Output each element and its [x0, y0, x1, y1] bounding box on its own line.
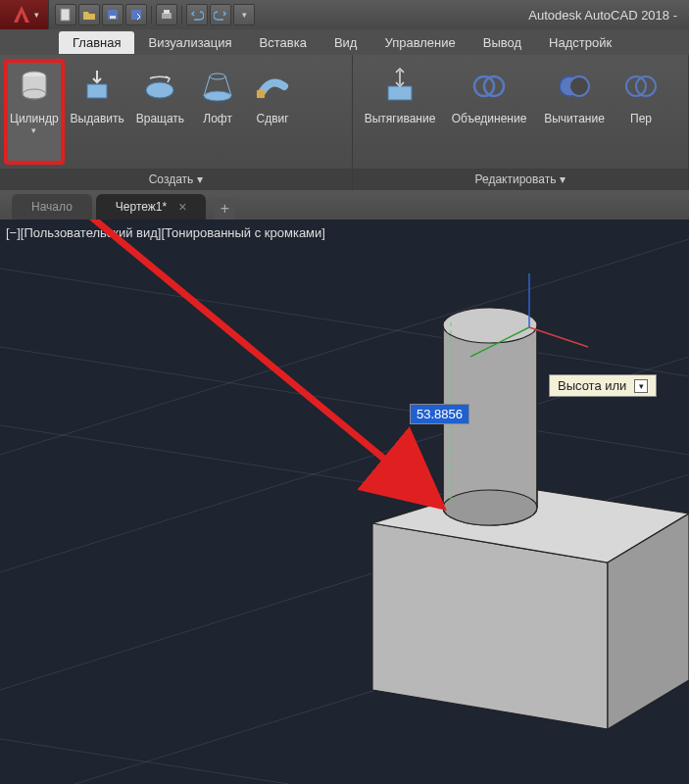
svg-point-10	[210, 74, 225, 79]
undo-icon	[190, 8, 204, 22]
button-label: Вращать	[136, 112, 184, 125]
cylinder-button[interactable]: Цилиндр ▾	[4, 59, 65, 165]
chevron-down-icon: ▾	[197, 172, 203, 186]
button-label: Вытягивание	[365, 112, 436, 125]
panel-title-edit[interactable]: Редактировать▾	[353, 169, 688, 190]
drawing-tab[interactable]: Чертеж1* ×	[96, 194, 207, 220]
drawing-viewport[interactable]: [−][Пользовательский вид][Тонированный с…	[0, 220, 689, 784]
tab-view[interactable]: Вид	[320, 31, 371, 54]
chevron-down-icon: ▾	[560, 172, 566, 186]
svg-point-11	[204, 91, 231, 101]
tab-home[interactable]: Главная	[59, 31, 134, 54]
extrude-icon	[75, 65, 119, 108]
svg-rect-2	[110, 16, 116, 19]
saveas-icon	[129, 8, 143, 22]
app-menu-button[interactable]: ▾	[0, 0, 49, 29]
svg-point-17	[569, 76, 589, 96]
document-tabs: Начало Чертеж1* × +	[0, 190, 689, 220]
presspull-icon	[378, 65, 421, 108]
chevron-down-icon: ▾	[242, 10, 247, 20]
dynamic-input-tooltip: Высота или ▾	[549, 374, 657, 397]
subtract-button[interactable]: Вычитание	[535, 59, 614, 165]
autocad-logo-icon	[10, 3, 33, 26]
qat-saveas-button[interactable]	[125, 4, 147, 25]
svg-line-37	[59, 220, 436, 502]
sweep-button[interactable]: Сдвиг	[245, 59, 300, 165]
annotation-arrow	[0, 220, 689, 784]
svg-rect-12	[257, 90, 265, 98]
svg-rect-8	[87, 84, 107, 98]
loft-icon	[196, 65, 239, 108]
svg-point-9	[146, 82, 173, 98]
tab-insert[interactable]: Вставка	[246, 31, 320, 54]
revolve-icon	[138, 65, 181, 108]
tab-output[interactable]: Вывод	[469, 31, 535, 54]
sweep-icon	[251, 65, 294, 108]
redo-icon	[214, 8, 227, 22]
title-bar: ▾ ▾ Autodesk AutoCAD 2018 -	[0, 0, 689, 29]
ribbon-panel-create: Цилиндр ▾ Выдавить Вращать Лофт	[0, 55, 353, 190]
revolve-button[interactable]: Вращать	[130, 59, 190, 165]
tab-addins[interactable]: Надстройк	[535, 31, 625, 54]
dynamic-input-value[interactable]: 53.8856	[410, 404, 469, 424]
qat-new-button[interactable]	[55, 4, 76, 25]
loft-button[interactable]: Лофт	[190, 59, 245, 165]
chevron-down-icon: ▾	[31, 125, 36, 135]
save-icon	[106, 8, 120, 22]
svg-rect-13	[388, 86, 412, 100]
qat-customize-button[interactable]: ▾	[233, 4, 255, 25]
extrude-button[interactable]: Выдавить	[65, 59, 130, 165]
print-icon	[160, 8, 173, 22]
union-button[interactable]: Объединение	[443, 59, 535, 165]
ribbon: Цилиндр ▾ Выдавить Вращать Лофт	[0, 55, 689, 190]
button-label: Пер	[630, 112, 652, 125]
button-label: Лофт	[203, 112, 232, 125]
close-tab-icon[interactable]: ×	[178, 199, 186, 215]
qat-open-button[interactable]	[78, 4, 100, 25]
separator	[181, 6, 182, 24]
presspull-button[interactable]: Вытягивание	[357, 59, 443, 165]
qat-redo-button[interactable]	[210, 4, 231, 25]
button-label: Объединение	[452, 112, 527, 125]
dropdown-icon[interactable]: ▾	[634, 379, 648, 393]
start-tab[interactable]: Начало	[12, 194, 92, 220]
chevron-down-icon: ▾	[34, 10, 39, 20]
folder-open-icon	[82, 8, 96, 22]
tab-visualize[interactable]: Визуализация	[134, 31, 245, 54]
svg-rect-5	[164, 10, 170, 14]
intersect-button[interactable]: Пер	[614, 59, 668, 165]
union-icon	[468, 65, 511, 108]
svg-rect-3	[131, 10, 141, 20]
subtract-icon	[553, 65, 596, 108]
quick-access-toolbar: ▾	[49, 4, 261, 25]
qat-save-button[interactable]	[102, 4, 123, 25]
new-file-icon	[59, 8, 73, 22]
button-label: Выдавить	[71, 112, 124, 125]
button-label: Сдвиг	[257, 112, 289, 125]
svg-rect-0	[61, 9, 70, 21]
cylinder-icon	[13, 65, 56, 108]
new-tab-button[interactable]: +	[214, 198, 235, 220]
ribbon-tabs: Главная Визуализация Вставка Вид Управле…	[0, 29, 689, 55]
separator	[151, 6, 152, 24]
panel-title-create[interactable]: Создать▾	[0, 169, 352, 190]
ribbon-panel-edit: Вытягивание Объединение Вычитание Пер	[353, 55, 689, 190]
tab-manage[interactable]: Управление	[370, 31, 468, 54]
qat-print-button[interactable]	[156, 4, 177, 25]
intersect-icon	[619, 65, 663, 108]
qat-undo-button[interactable]	[186, 4, 208, 25]
app-title: Autodesk AutoCAD 2018 -	[528, 8, 677, 23]
button-label: Цилиндр	[10, 112, 59, 125]
button-label: Вычитание	[544, 112, 605, 125]
